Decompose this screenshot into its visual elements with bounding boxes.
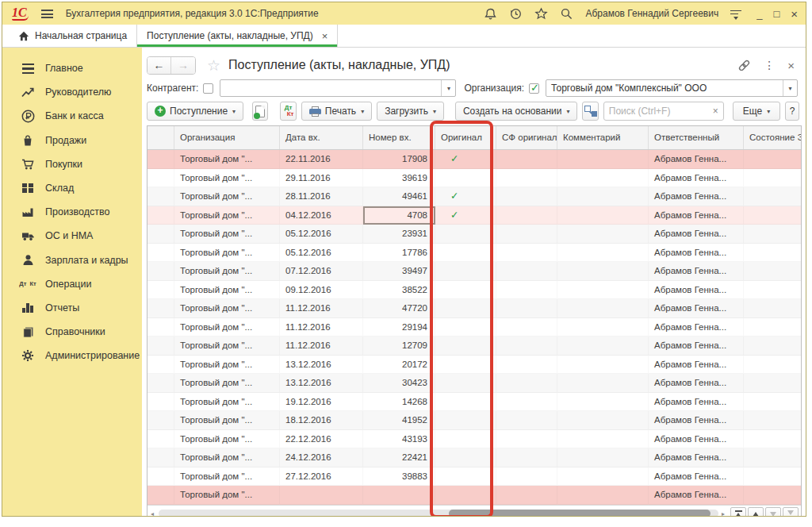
horizontal-scrollbar[interactable] <box>159 510 718 517</box>
sidebar-item-os-i-nma[interactable]: ОС и НМА <box>2 224 142 248</box>
maximize-button[interactable]: □ <box>773 9 779 19</box>
minimize-button[interactable]: _ <box>756 9 762 19</box>
table-row[interactable]: Торговый дом "... 05.12.2016 23931 Абрам… <box>147 225 801 244</box>
cell-edo-state <box>744 187 801 206</box>
cell-number: 41952 <box>363 411 435 430</box>
show-postings-button[interactable]: ДтКт <box>280 102 296 121</box>
table-row[interactable]: Торговый дом "... 28.11.2016 49461 ✓ Абр… <box>147 187 801 206</box>
gear-icon <box>19 348 36 363</box>
tab-home[interactable]: Начальная страница <box>9 25 136 47</box>
sidebar-item-prodazhi[interactable]: Продажи <box>2 129 142 152</box>
column-header-sf-original[interactable]: СФ оригинал <box>496 126 557 149</box>
table-row[interactable]: Торговый дом "... 07.12.2016 39497 Абрам… <box>147 262 801 281</box>
cell-responsible: Абрамов Генна... <box>649 225 744 244</box>
table-row[interactable]: Торговый дом "... 05.12.2016 17786 Абрам… <box>147 244 801 263</box>
organization-checkbox[interactable] <box>529 83 539 94</box>
cell-number <box>363 486 435 505</box>
close-button[interactable]: × <box>791 9 798 19</box>
go-down-button[interactable] <box>765 507 781 517</box>
scroll-left-icon[interactable]: ◂ <box>151 511 154 517</box>
table-row[interactable]: Торговый дом "... 22.11.2016 17908 ✓ Абр… <box>147 150 801 169</box>
table-row[interactable]: Торговый дом "... 13.12.2016 30423 Абрам… <box>147 374 801 393</box>
sidebar-item-zarplata-i-kadry[interactable]: Зарплата и кадры <box>2 248 142 272</box>
notifications-bell-icon[interactable] <box>484 7 497 21</box>
create-document-button[interactable] <box>252 102 268 121</box>
column-header-edo-state[interactable]: Состояние ЭДО <box>744 126 801 149</box>
link-icon[interactable] <box>737 59 751 72</box>
sidebar-item-sklad[interactable]: Склад <box>2 176 142 200</box>
chevron-down-icon[interactable]: ▾ <box>441 80 455 96</box>
contractor-combobox[interactable]: ▾ <box>220 79 456 97</box>
column-header-comment[interactable]: Комментарий <box>557 126 649 149</box>
cell-status <box>147 393 174 412</box>
sidebar-item-pokupki[interactable]: Покупки <box>2 152 142 176</box>
table-body: Торговый дом "... 22.11.2016 17908 ✓ Абр… <box>147 150 801 505</box>
column-header-responsible[interactable]: Ответственный <box>649 126 744 149</box>
cell-edo-state <box>744 299 801 318</box>
forward-button[interactable]: → <box>171 57 195 74</box>
toolbar: + Поступление ▾ ДтКт Печать ▾ Загрузить … <box>147 101 799 121</box>
tab-postuplenie[interactable]: Поступление (акты, накладные, УПД) × <box>136 25 338 47</box>
column-header-date[interactable]: Дата вх. <box>280 126 363 149</box>
cell-comment <box>557 374 649 393</box>
contractor-checkbox[interactable] <box>203 83 213 94</box>
back-button[interactable]: ← <box>147 57 171 74</box>
table-row[interactable]: Торговый дом "... 29.11.2016 39619 Абрам… <box>147 169 801 188</box>
table-row[interactable]: Торговый дом "... 19.12.2016 14268 Абрам… <box>147 393 801 412</box>
table-row[interactable]: Торговый дом "... 09.12.2016 38522 Абрам… <box>147 281 801 300</box>
search-clear-icon[interactable]: × <box>713 106 718 117</box>
favorite-star-icon[interactable]: ☆ <box>207 56 220 75</box>
table-row[interactable]: Торговый дом "... 11.12.2016 29194 Абрам… <box>147 318 801 337</box>
column-header-status[interactable] <box>147 126 174 149</box>
cell-original: ✓ <box>435 206 496 225</box>
table-row[interactable]: Торговый дом "... Абрамов Генна... <box>147 486 801 505</box>
table-row[interactable]: Торговый дом "... 13.12.2016 20172 Абрам… <box>147 356 801 375</box>
table-row[interactable]: Торговый дом "... 24.12.2016 22421 Абрам… <box>147 448 801 467</box>
search-input[interactable] <box>609 106 710 117</box>
help-button[interactable]: ? <box>785 102 799 121</box>
go-first-button[interactable] <box>730 507 746 517</box>
tab-close-icon[interactable]: × <box>322 30 328 42</box>
row-navigation <box>730 507 799 517</box>
table-row[interactable]: Торговый дом "... 04.12.2016 4708 ✓ Абра… <box>147 206 801 225</box>
edo-button[interactable] <box>582 102 598 121</box>
search-icon[interactable] <box>560 7 573 21</box>
favorites-star-icon[interactable] <box>534 7 548 21</box>
chevron-down-icon[interactable]: ▾ <box>783 80 797 96</box>
sidebar-item-otchety[interactable]: Отчеты <box>2 296 142 320</box>
main-menu-icon[interactable] <box>41 10 53 18</box>
table-row[interactable]: Торговый дом "... 11.12.2016 12709 Абрам… <box>147 337 801 356</box>
history-icon[interactable] <box>509 7 523 21</box>
column-header-organization[interactable]: Организация <box>174 126 280 149</box>
scroll-right-icon[interactable]: ▸ <box>722 511 725 517</box>
scrollbar-thumb[interactable] <box>449 510 710 517</box>
sidebar-item-glavnoe[interactable]: Главное <box>2 56 142 80</box>
sidebar-item-rukovoditelyu[interactable]: Руководителю <box>2 80 142 104</box>
table-row[interactable]: Торговый дом "... 18.12.2016 41952 Абрам… <box>147 411 801 430</box>
go-last-button[interactable] <box>783 507 799 517</box>
sidebar-item-spravochniki[interactable]: Справочники <box>2 320 142 344</box>
create-based-on-button[interactable]: Создать на основании ▾ <box>455 102 578 121</box>
user-name[interactable]: Абрамов Геннадий Сергеевич <box>585 8 718 19</box>
cell-comment <box>557 411 649 430</box>
page-title: Поступление (акты, накладные, УПД) <box>228 58 450 72</box>
cell-status <box>147 187 174 206</box>
receipt-button[interactable]: + Поступление ▾ <box>147 102 243 121</box>
sidebar-item-proizvodstvo[interactable]: Производство <box>2 200 142 224</box>
table-row[interactable]: Торговый дом "... 11.12.2016 47720 Абрам… <box>147 299 801 318</box>
print-button[interactable]: Печать ▾ <box>301 102 372 121</box>
sidebar-item-bank-i-kassa[interactable]: Банк и касса <box>2 104 142 128</box>
column-header-number[interactable]: Номер вх. <box>363 126 435 149</box>
table-row[interactable]: Торговый дом "... 27.12.2016 39883 Абрам… <box>147 467 801 487</box>
sidebar-item-administrirovanie[interactable]: Администрирование <box>2 344 142 367</box>
sidebar-item-operatsii[interactable]: ДтКт Операции <box>2 272 142 296</box>
form-close-icon[interactable]: × <box>787 59 795 72</box>
more-vert-icon[interactable]: ⋮ <box>764 59 775 71</box>
more-button[interactable]: Еще ▾ <box>733 102 780 121</box>
load-button[interactable]: Загрузить ▾ <box>377 102 444 121</box>
view-settings-icon[interactable] <box>730 10 741 18</box>
go-up-button[interactable] <box>748 507 764 517</box>
organization-combobox[interactable]: Торговый дом "Комплексный" ООО ▾ <box>546 79 798 97</box>
column-header-original[interactable]: Оригинал <box>435 126 496 149</box>
table-row[interactable]: Торговый дом "... 22.12.2016 43193 Абрам… <box>147 430 801 449</box>
